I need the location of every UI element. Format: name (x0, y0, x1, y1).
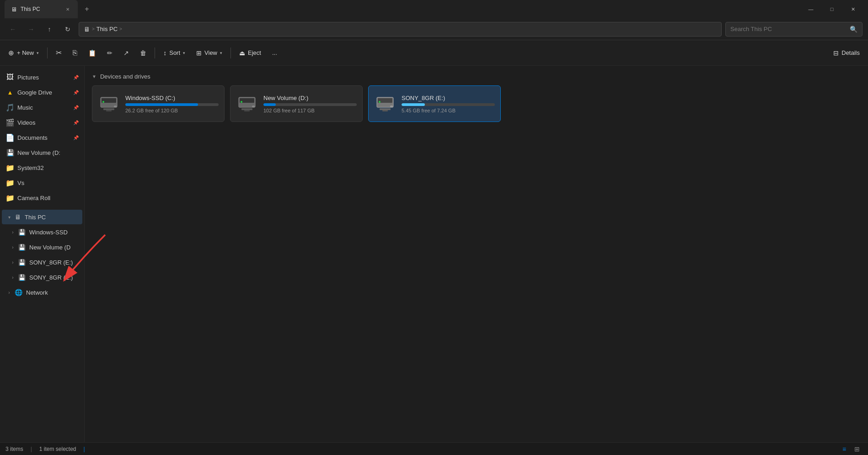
sidebar-item-camera-roll[interactable]: 📁 Camera Roll (2, 190, 82, 205)
share-button[interactable]: ↗ (119, 45, 134, 61)
sidebar-item-vs[interactable]: 📁 Vs (2, 175, 82, 190)
folder-icon: 📁 (5, 164, 15, 172)
sidebar-tree-windows-ssd[interactable]: › 💾 Windows-SSD (2, 225, 82, 239)
sony-8gr-e-1-label: SONY_8GR (E:) (29, 259, 73, 266)
drive-name-d: New Volume (D:) (263, 95, 357, 101)
svg-point-2 (114, 106, 117, 107)
sidebar-item-system32[interactable]: 📁 System32 (2, 160, 82, 175)
sidebar-item-label: New Volume (D: (17, 149, 79, 156)
section-chevron: ▼ (92, 74, 96, 79)
search-box[interactable]: 🔍 (725, 22, 863, 37)
details-icon: ⊟ (833, 49, 839, 57)
svg-rect-16 (382, 110, 388, 111)
tab-close-button[interactable]: ✕ (64, 5, 71, 13)
sidebar-item-pictures[interactable]: 🖼 Pictures 📌 (2, 70, 82, 85)
sort-button[interactable]: ↕ Sort ▾ (159, 45, 190, 61)
delete-icon: 🗑 (140, 49, 146, 57)
sidebar-item-google-drive[interactable]: ▲ Google Drive 📌 (2, 85, 82, 100)
svg-point-11 (241, 101, 242, 103)
sidebar-item-label: System32 (17, 164, 79, 171)
sidebar-tree-this-pc[interactable]: ▾ 🖥 This PC (2, 210, 82, 224)
close-button[interactable]: ✕ (842, 0, 863, 18)
details-button[interactable]: ⊟ Details (829, 45, 864, 61)
grid-view-toggle[interactable]: ⊞ (852, 444, 863, 455)
back-button[interactable]: ← (5, 22, 20, 37)
eject-label: Eject (248, 49, 261, 56)
sidebar-tree-new-volume[interactable]: › 💾 New Volume (D (2, 240, 82, 254)
svg-point-17 (379, 101, 380, 103)
refresh-button[interactable]: ↻ (60, 22, 75, 37)
view-button[interactable]: ⊞ View ▾ (192, 45, 227, 61)
videos-icon: 🎬 (5, 118, 15, 127)
drive-card-e[interactable]: SONY_8GR (E:) 5.45 GB free of 7.24 GB (368, 85, 501, 122)
minimize-button[interactable]: — (800, 0, 821, 18)
cut-button[interactable]: ✂ (51, 45, 66, 61)
delete-button[interactable]: 🗑 (135, 45, 151, 61)
expand-icon: › (9, 259, 16, 266)
sidebar-tree-sony-2[interactable]: › 💾 SONY_8GR (E:) (2, 270, 82, 285)
windows-ssd-label: Windows-SSD (29, 229, 68, 236)
music-icon: 🎵 (5, 103, 15, 112)
more-icon: ... (272, 49, 277, 56)
search-input[interactable] (730, 26, 846, 32)
tab-this-pc[interactable]: 🖥 This PC ✕ (5, 0, 78, 18)
sidebar: 🖼 Pictures 📌 ▲ Google Drive 📌 🎵 Music 📌 … (0, 66, 85, 442)
drive-bar-bg-e (402, 103, 495, 106)
more-button[interactable]: ... (268, 45, 282, 61)
sidebar-item-videos[interactable]: 🎬 Videos 📌 (2, 115, 82, 130)
red-arrow-svg (85, 241, 101, 300)
up-button[interactable]: ↑ (42, 22, 57, 37)
drive-icon: 💾 (18, 259, 26, 266)
svg-rect-9 (241, 108, 252, 110)
expand-icon: › (9, 228, 16, 236)
path-this-pc[interactable]: This PC (96, 26, 118, 32)
sort-label: Sort (169, 49, 180, 56)
address-path[interactable]: 🖥 > This PC > (79, 22, 722, 37)
maximize-button[interactable]: □ (821, 0, 842, 18)
sidebar-item-new-volume[interactable]: 💾 New Volume (D: (2, 145, 82, 160)
expand-icon: › (5, 289, 13, 296)
eject-icon: ⏏ (239, 49, 245, 57)
status-bar: 3 items | 1 item selected | ≡ ⊞ (0, 442, 868, 455)
drive-card-c[interactable]: Windows-SSD (C:) 26.2 GB free of 120 GB (92, 85, 225, 122)
new-button[interactable]: ⊕ + New ▾ (4, 45, 43, 61)
forward-button[interactable]: → (24, 22, 38, 37)
sidebar-tree-sony-1[interactable]: › 💾 SONY_8GR (E:) (2, 255, 82, 270)
drive-icon: 💾 (18, 229, 26, 236)
rename-icon: ✏ (107, 49, 113, 57)
svg-rect-10 (244, 110, 250, 111)
svg-point-5 (102, 101, 104, 103)
expand-icon: › (9, 243, 16, 251)
view-icon: ⊞ (196, 49, 202, 57)
drive-info-d: New Volume (D:) 102 GB free of 117 GB (263, 95, 357, 113)
details-view-toggle[interactable]: ≡ (839, 444, 850, 455)
sidebar-item-label: Music (17, 104, 70, 111)
sidebar-tree-network[interactable]: › 🌐 Network (2, 285, 82, 300)
sidebar-item-label: Google Drive (17, 89, 70, 96)
paste-button[interactable]: 📋 (84, 45, 101, 61)
view-label: View (204, 49, 217, 56)
drive-icon: 💾 (18, 274, 26, 281)
eject-button[interactable]: ⏏ Eject (235, 45, 266, 61)
copy-icon: ⎘ (73, 49, 77, 57)
item-count: 3 items (5, 446, 23, 452)
pin-icon: 📌 (73, 90, 79, 95)
sidebar-item-documents[interactable]: 📄 Documents 📌 (2, 130, 82, 145)
toolbar: ⊕ + New ▾ ✂ ⎘ 📋 ✏ ↗ 🗑 ↕ Sort ▾ ⊞ View ▾ … (0, 40, 868, 66)
expand-icon: ▾ (5, 213, 13, 221)
new-tab-button[interactable]: + (80, 2, 94, 16)
path-chevron-1: > (92, 26, 95, 32)
copy-button[interactable]: ⎘ (68, 45, 82, 61)
rename-button[interactable]: ✏ (102, 45, 117, 61)
pin-icon: 📌 (73, 120, 79, 125)
svg-point-14 (390, 106, 393, 107)
new-label: + New (17, 49, 34, 56)
drive-card-d[interactable]: New Volume (D:) 102 GB free of 117 GB (230, 85, 363, 122)
window-controls: — □ ✕ (800, 0, 863, 18)
drive-bar-bg-c (125, 103, 219, 106)
share-icon: ↗ (123, 49, 129, 57)
drive-bar-fill-c (125, 103, 198, 106)
tab-title: This PC (21, 6, 40, 12)
sidebar-item-music[interactable]: 🎵 Music 📌 (2, 100, 82, 115)
new-chevron-icon: ▾ (37, 51, 39, 55)
